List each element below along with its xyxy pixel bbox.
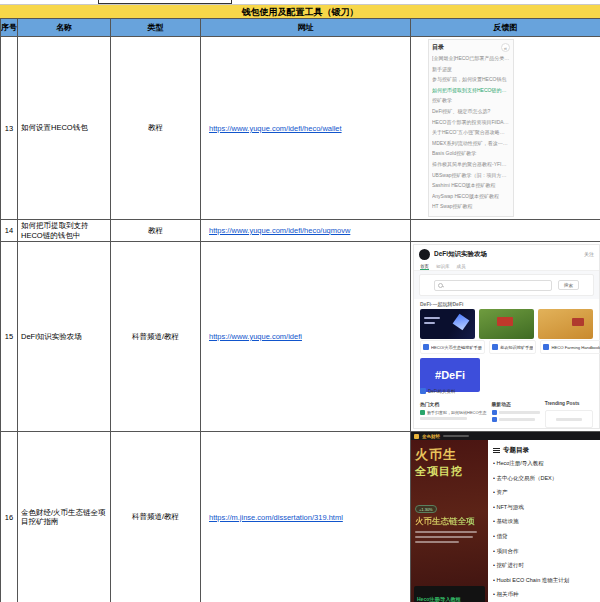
- heco-register-link: Heco注册/导入教程: [417, 596, 461, 602]
- jinse-hero-poster: 火币生 全项目挖 +1.30% 火币生态链全项 Heco注册/导入教程: [411, 440, 488, 602]
- row15-name[interactable]: DeFi知识实验农场: [18, 242, 111, 432]
- tab-home: 首页: [420, 263, 429, 270]
- yuque-space-header: DeFi知识实验农场 关注: [414, 245, 599, 263]
- hot-docs-header: 热门文档: [420, 401, 487, 410]
- row16-name[interactable]: 金色财经/火币生态链全项目挖矿指南: [18, 432, 111, 602]
- menu-icon: [493, 448, 500, 453]
- jinse-body: 火币生 全项目挖 +1.30% 火币生态链全项 Heco注册/导入教程: [411, 440, 600, 602]
- text-placeholder: [420, 417, 467, 420]
- col-header-feedback[interactable]: 反馈图: [411, 19, 600, 37]
- sheet-top-strip: [0, 0, 600, 4]
- row16-url-cell: https://m.jinse.com/dissertation/319.htm…: [201, 432, 411, 602]
- sheet: 钱包使用及配置工具（锻刀） 序号 名称 类型 网址 反馈图 13 如何设置HEC…: [0, 0, 600, 602]
- yuque-toc-screenshot[interactable]: 目录 [全网最全]HECO已部署产品分类列表 新手进度 参与挖矿前，如何设置HE…: [428, 39, 514, 217]
- nav-placeholder: [443, 435, 469, 438]
- harvester-graphic: [497, 317, 513, 326]
- row15-feedback-cell: DeFi知识实验农场 关注 首页 知识库 成员 搜索 DeFi·: [411, 242, 600, 432]
- hero-bottom-card: Heco注册/导入教程: [414, 586, 485, 602]
- book-icon: [423, 344, 429, 350]
- row14-name[interactable]: 如何把币提取到支持HECO链的钱包中: [18, 220, 111, 242]
- toc-item-active: 如何把币提取到支持HECO链的…: [432, 85, 510, 96]
- kb-card: HECO/火币生态链挖矿手册: [420, 340, 485, 354]
- row14-feedback-cell: [411, 220, 600, 242]
- col-header-no[interactable]: 序号: [1, 19, 18, 37]
- cell-fragment-above: [98, 0, 232, 4]
- toc-item: HT Swap挖矿教程: [432, 201, 510, 212]
- latest-header: 最新动态: [492, 401, 540, 410]
- book-icon: [420, 388, 426, 394]
- text-placeholder: [415, 536, 473, 538]
- yuque-space-screenshot[interactable]: DeFi知识实验农场 关注 首页 知识库 成员 搜索 DeFi·: [413, 244, 600, 429]
- jinse-site-name: 金色财经: [422, 434, 440, 439]
- hot-doc-title: 新手扫盲贴，如何玩转HECO生态: [427, 410, 487, 415]
- row13-name[interactable]: 如何设置HECO钱包: [18, 37, 111, 220]
- row14-link[interactable]: https://www.yuque.com/idefi/heco/uqmovw: [209, 226, 350, 235]
- toc-item: [全网最全]HECO已部署产品分类列表: [432, 53, 510, 64]
- text-placeholder: [424, 322, 435, 324]
- row14-type[interactable]: 教程: [111, 220, 201, 242]
- col-header-type[interactable]: 类型: [111, 19, 201, 37]
- jinse-page-screenshot[interactable]: 金色财经 火币生 全项目挖 +1.30% 火币生态链全项 Heco注册/导入教程: [411, 432, 600, 602]
- row15-link[interactable]: https://www.yuque.com/idefi: [209, 332, 302, 341]
- toc-item: AnySwap HECO版本挖矿教程: [432, 191, 510, 202]
- toc-item: 参与挖矿前，如何设置HECO钱包: [432, 74, 510, 85]
- row16-type[interactable]: 科普频道/教程: [111, 432, 201, 602]
- kb-card-title: HECO/火币生态链挖矿手册: [431, 345, 482, 350]
- row13-url-cell: https://www.yuque.com/idefi/heco/wallet: [201, 37, 411, 220]
- jinse-logo: [414, 434, 419, 439]
- section-label: DeFi·一起玩转DeFi: [414, 299, 599, 309]
- row16-link[interactable]: https://m.jinse.com/dissertation/319.htm…: [209, 513, 343, 522]
- panel-item: NFT与游戏: [493, 500, 595, 515]
- percent-badge: +1.30%: [415, 505, 437, 513]
- kb-card-title: 老农知识挖矿手册: [500, 345, 534, 350]
- table: 序号 名称 类型 网址 反馈图 13 如何设置HECO钱包 教程 https:/…: [0, 18, 600, 602]
- tab-books: 知识库: [436, 263, 450, 270]
- row13-no[interactable]: 13: [1, 37, 18, 220]
- latest-section: 最新动态: [492, 401, 540, 428]
- doc-icon: [492, 410, 497, 415]
- row15-no[interactable]: 15: [1, 242, 18, 432]
- panel-item: 借贷: [493, 529, 595, 544]
- panel-title: 专题目录: [503, 446, 529, 455]
- row13-link[interactable]: https://www.yuque.com/idefi/heco/wallet: [209, 124, 342, 133]
- toc-item: 新手进度: [432, 64, 510, 75]
- thumbnail-defi-dark: [420, 309, 475, 339]
- merged-title-cell[interactable]: 钱包使用及配置工具（锻刀）: [0, 4, 600, 18]
- text-placeholder: [499, 411, 540, 414]
- sheet-title: 钱包使用及配置工具（锻刀）: [242, 7, 359, 17]
- row16-feedback-cell: 金色财经 火币生 全项目挖 +1.30% 火币生态链全项 Heco注册/导入教程: [411, 432, 600, 602]
- topic-directory-panel: 专题目录 Heco注册/导入教程 去中心化交易所（DEX） 资产 NFT与游戏 …: [488, 440, 600, 602]
- text-placeholder: [556, 418, 581, 421]
- space-title: DeFi知识实验农场: [434, 250, 487, 259]
- toc-item: UBSwap挖矿教学（旧：项目方…: [432, 170, 510, 181]
- follow-button: 关注: [584, 251, 594, 257]
- row15-type[interactable]: 科普频道/教程: [111, 242, 201, 432]
- kb-card: HECO Farming Handbook: [540, 340, 600, 354]
- col-header-url[interactable]: 网址: [201, 19, 411, 37]
- book-icon: [492, 344, 498, 350]
- crystal-graphic: [453, 314, 470, 331]
- panel-item: 挖矿进行时: [493, 558, 595, 573]
- search-button: 搜索: [558, 280, 579, 290]
- panel-item: 相关币种: [493, 587, 595, 602]
- thumbnail-tractor: [538, 309, 593, 339]
- book-icon: [543, 344, 549, 350]
- thumbnail-harvester: [479, 309, 534, 339]
- thumbnail-row: [414, 309, 599, 339]
- trending-header: Trending Posts: [545, 401, 593, 410]
- panel-item: 资产: [493, 485, 595, 500]
- row14-url-cell: https://www.yuque.com/idefi/heco/uqmovw: [201, 220, 411, 242]
- panel-header: 专题目录: [493, 444, 595, 456]
- row16-no[interactable]: 16: [1, 432, 18, 602]
- resource-card: DeFi相关资料: [420, 388, 456, 394]
- row13-type[interactable]: 教程: [111, 37, 201, 220]
- col-header-name[interactable]: 名称: [18, 19, 111, 37]
- panel-item: 去中心化交易所（DEX）: [493, 471, 595, 486]
- space-tabs: 首页 知识库 成员: [414, 263, 599, 271]
- tractor-graphic: [572, 318, 584, 326]
- toc-item: HECO首个部署的投资项目FilDA…: [432, 117, 510, 128]
- hot-docs-section: 热门文档 新手扫盲贴，如何玩转HECO生态: [420, 401, 487, 428]
- search-card: 搜索: [419, 274, 594, 296]
- panel-item: 项目合作: [493, 544, 595, 559]
- row14-no[interactable]: 14: [1, 220, 18, 242]
